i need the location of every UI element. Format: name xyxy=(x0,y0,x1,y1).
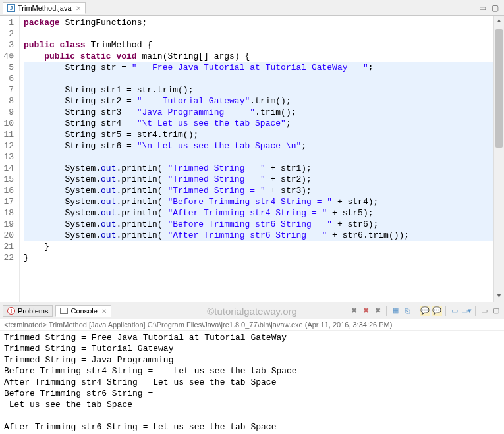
line-number: 19 xyxy=(3,219,14,230)
line-number: 11 xyxy=(3,129,14,140)
remove-all-terminated-icon[interactable]: ✖ xyxy=(372,306,383,316)
pin-console-icon[interactable]: 💬 xyxy=(420,306,430,316)
scroll-up-arrow[interactable]: ▲ xyxy=(494,16,504,26)
line-number: 15 xyxy=(3,174,14,185)
bottom-tab-bar: ! Problems Console ✕ ©tutorialgateway.or… xyxy=(0,302,504,319)
code-editor[interactable]: 1234⊖5678910111213141516171819202122 pac… xyxy=(0,16,504,302)
line-number: 12 xyxy=(3,140,14,151)
watermark-text: ©tutorialgateway.org xyxy=(207,305,297,316)
maximize-icon[interactable]: ▢ xyxy=(491,3,499,13)
console-icon xyxy=(60,308,68,314)
code-line[interactable]: } xyxy=(24,252,504,263)
line-number: 18 xyxy=(3,207,14,219)
code-line[interactable]: System.out.println( "After Trimming str6… xyxy=(24,230,504,241)
remove-launch-icon[interactable]: ✖ xyxy=(349,306,359,316)
bottom-panel: ! Problems Console ✕ ©tutorialgateway.or… xyxy=(0,302,504,434)
editor-tab-label: TrimMethod.java xyxy=(18,4,72,12)
editor-scrollbar[interactable]: ▲ ▼ xyxy=(493,16,504,302)
clear-console-icon[interactable]: ▦ xyxy=(390,306,401,316)
display-selected-icon[interactable]: 💬 xyxy=(432,306,442,316)
line-number: 13 xyxy=(3,151,14,163)
line-number: 16 xyxy=(3,185,14,196)
console-toolbar: ✖ ✖ ✖ ▦ ⎘ 💬 💬 ▭ ▭▾ ▭ ▢ xyxy=(349,306,501,316)
problems-icon: ! xyxy=(7,307,15,315)
line-number: 20 xyxy=(3,230,14,241)
line-number: 22 xyxy=(3,252,14,263)
line-number: 8 xyxy=(3,95,14,107)
code-line[interactable]: String str = " Free Java Tutorial at Tut… xyxy=(24,62,504,73)
scroll-down-arrow[interactable]: ▼ xyxy=(494,291,504,302)
editor-window-controls: ▭ ▢ xyxy=(479,3,504,13)
scroll-thumb[interactable] xyxy=(495,29,503,148)
line-number: 5 xyxy=(3,62,14,73)
line-number: 6 xyxy=(3,73,14,84)
remove-all-icon[interactable]: ✖ xyxy=(360,306,371,316)
code-line[interactable]: public class TrimMethod { xyxy=(24,40,504,51)
code-line[interactable]: String str2 = " Tutorial Gateway".trim()… xyxy=(24,95,504,107)
editor-tab-bar: J TrimMethod.java ✕ ▭ ▢ xyxy=(0,0,504,16)
code-line[interactable] xyxy=(24,73,504,84)
code-line[interactable]: System.out.println( "Before Trimming str… xyxy=(24,196,504,207)
code-line[interactable]: System.out.println( "Trimmed String = " … xyxy=(24,185,504,196)
tab-console-label: Console xyxy=(70,307,97,315)
code-line[interactable]: System.out.println( "After Trimming str4… xyxy=(24,207,504,219)
tab-problems[interactable]: ! Problems xyxy=(3,305,53,317)
code-line[interactable]: String str3 = "Java Programming ".trim()… xyxy=(24,107,504,118)
java-file-icon: J xyxy=(7,4,15,12)
code-area[interactable]: package StringFunctions; public class Tr… xyxy=(20,16,504,302)
code-line[interactable] xyxy=(24,151,504,163)
line-number: 21 xyxy=(3,241,14,252)
code-line[interactable]: String str6 = "\n Let us see the tab Spa… xyxy=(24,140,504,151)
tab-console[interactable]: Console ✕ xyxy=(55,305,111,317)
console-status: <terminated> TrimMethod [Java Applicatio… xyxy=(0,319,504,331)
code-line[interactable]: String str4 = "\t Let us see the tab Spa… xyxy=(24,118,504,129)
code-line[interactable]: System.out.println( "Trimmed String = " … xyxy=(24,174,504,185)
code-line[interactable]: System.out.println( "Trimmed String = " … xyxy=(24,163,504,174)
code-line[interactable] xyxy=(24,28,504,40)
panel-maximize-icon[interactable]: ▢ xyxy=(491,306,501,316)
line-number: 1 xyxy=(3,17,14,28)
code-line[interactable]: } xyxy=(24,241,504,252)
line-number: 3 xyxy=(3,40,14,51)
close-icon[interactable]: ✕ xyxy=(76,5,81,12)
new-console-icon[interactable]: ▭▾ xyxy=(461,306,472,316)
minimize-icon[interactable]: ▭ xyxy=(479,3,486,13)
line-number: 9 xyxy=(3,107,14,118)
code-line[interactable]: package StringFunctions; xyxy=(24,17,504,28)
editor-tab-trimmethod[interactable]: J TrimMethod.java ✕ xyxy=(3,2,86,14)
line-number: 14 xyxy=(3,163,14,174)
line-number: 4⊖ xyxy=(3,51,14,62)
line-number: 2 xyxy=(3,28,14,40)
console-output[interactable]: Trimmed String = Free Java Tutorial at T… xyxy=(0,331,504,434)
code-line[interactable]: System.out.println( "Before Trimming str… xyxy=(24,219,504,230)
panel-minimize-icon[interactable]: ▭ xyxy=(479,306,490,316)
line-number: 7 xyxy=(3,84,14,95)
code-line[interactable]: String str5 = str4.trim(); xyxy=(24,129,504,140)
close-icon[interactable]: ✕ xyxy=(101,308,107,315)
tab-problems-label: Problems xyxy=(18,307,48,315)
line-number-gutter: 1234⊖5678910111213141516171819202122 xyxy=(0,16,20,302)
scroll-lock-icon[interactable]: ⎘ xyxy=(402,306,412,316)
line-number: 10 xyxy=(3,118,14,129)
code-line[interactable]: String str1 = str.trim(); xyxy=(24,84,504,95)
code-line[interactable]: public static void main(String[] args) { xyxy=(24,51,504,62)
line-number: 17 xyxy=(3,196,14,207)
open-console-icon[interactable]: ▭ xyxy=(449,306,460,316)
